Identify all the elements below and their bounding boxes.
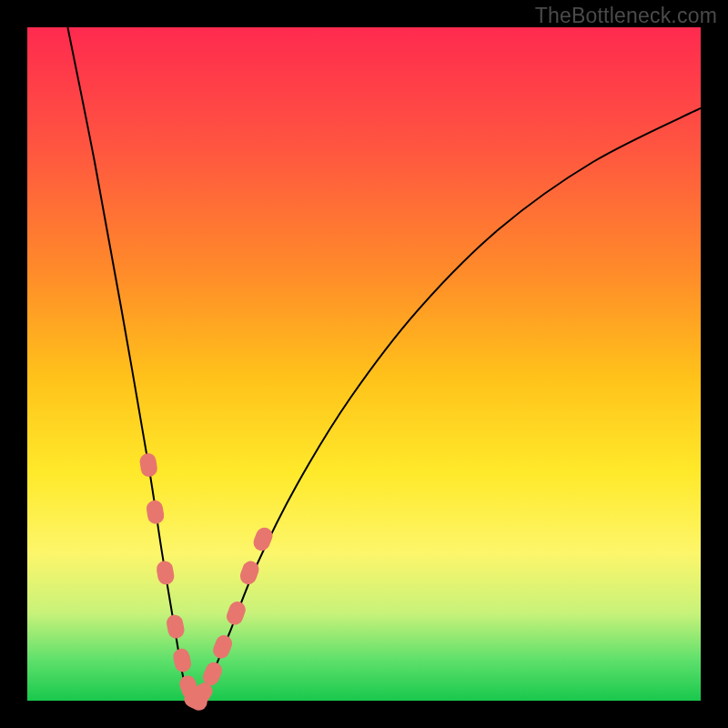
marker-capsule [146,500,166,525]
chart-overlay [27,27,701,701]
marker-group [138,452,275,713]
bottleneck-curve [67,27,701,701]
marker-capsule [138,452,157,478]
marker-capsule [172,647,193,673]
marker-capsule [211,632,235,661]
marker-capsule [156,560,176,586]
marker-capsule [166,613,187,640]
outer-frame: TheBottleneck.com [0,0,728,728]
marker-capsule [224,600,248,628]
watermark-text: TheBottleneck.com [535,4,717,28]
marker-capsule [251,525,275,553]
